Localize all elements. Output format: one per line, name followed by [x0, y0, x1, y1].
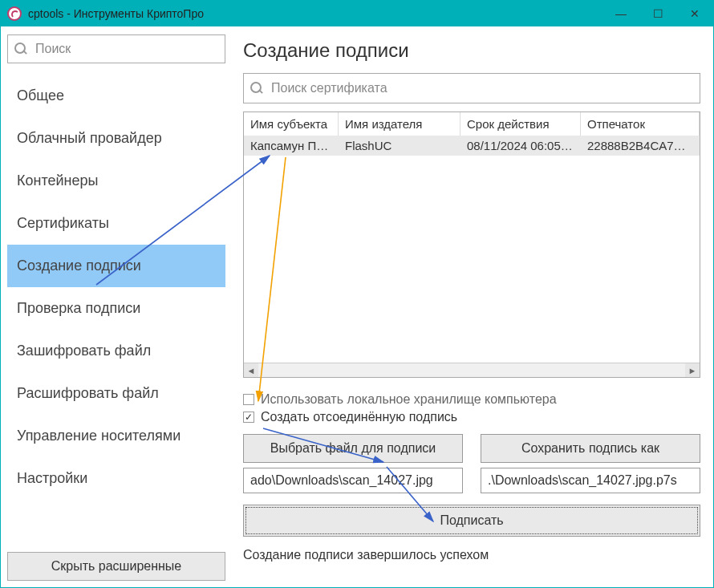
checkbox-local-store[interactable] — [243, 394, 254, 405]
save-as-button[interactable]: Сохранить подпись как — [481, 434, 700, 463]
cert-table-header: Имя субъекта Имя издателя Срок действия … — [244, 112, 700, 136]
option-local-store-label: Использовать локальное хранилище компьют… — [261, 392, 557, 407]
option-detached-label: Создать отсоединённую подпись — [261, 410, 457, 424]
nav-manage-media[interactable]: Управление носителями — [7, 415, 225, 457]
nav-containers[interactable]: Контейнеры — [7, 160, 225, 202]
scroll-track[interactable] — [258, 363, 685, 377]
cert-subject: Капсамун Пр… — [244, 136, 339, 156]
nav-encrypt-file[interactable]: Зашифровать файл — [7, 330, 225, 372]
nav-verify-signature[interactable]: Проверка подписи — [7, 287, 225, 330]
output-file-path[interactable]: .\Downloads\scan_14027.jpg.p7s — [481, 468, 700, 493]
option-local-store[interactable]: Использовать локальное хранилище компьют… — [243, 392, 700, 407]
close-button[interactable]: ✕ — [676, 1, 713, 26]
app-icon — [7, 6, 22, 21]
source-file-path[interactable]: ado\Downloads\scan_14027.jpg — [243, 468, 463, 493]
col-subject[interactable]: Имя субъекта — [244, 112, 339, 136]
nav-general[interactable]: Общее — [7, 75, 225, 117]
cert-table-body: Капсамун Пр… FlashUC 08/11/2024 06:05:… … — [244, 136, 700, 363]
main-panel: Создание подписи Имя субъекта Имя издате… — [232, 26, 713, 587]
nav-cloud-provider[interactable]: Облачный провайдер — [7, 117, 225, 160]
cert-validity: 08/11/2024 06:05:… — [460, 136, 581, 156]
cert-search-input[interactable] — [270, 80, 693, 96]
sidebar-nav: Общее Облачный провайдер Контейнеры Серт… — [7, 75, 225, 549]
cert-issuer: FlashUC — [339, 136, 460, 156]
cert-table: Имя субъекта Имя издателя Срок действия … — [243, 112, 700, 378]
search-icon — [14, 43, 27, 55]
sidebar-search-input[interactable] — [34, 41, 218, 57]
choose-file-button[interactable]: Выбрать файл для подписи — [243, 434, 463, 463]
nav-settings[interactable]: Настройки — [7, 457, 225, 500]
cert-row[interactable]: Капсамун Пр… FlashUC 08/11/2024 06:05:… … — [244, 136, 700, 156]
col-thumbprint[interactable]: Отпечаток — [581, 112, 700, 136]
nav-create-signature[interactable]: Создание подписи — [7, 245, 225, 287]
nav-certificates[interactable]: Сертификаты — [7, 202, 225, 245]
cert-search[interactable] — [243, 73, 700, 103]
col-issuer[interactable]: Имя издателя — [339, 112, 460, 136]
minimize-button[interactable]: ― — [602, 1, 639, 26]
checkbox-detached[interactable] — [243, 412, 254, 423]
cert-thumbprint: 22888B2B4CA7A4… — [581, 136, 700, 156]
window-title: cptools - Инструменты КриптоПро — [28, 7, 204, 20]
scroll-left-icon[interactable]: ◄ — [244, 363, 258, 377]
option-detached[interactable]: Создать отсоединённую подпись — [243, 410, 700, 424]
page-title: Создание подписи — [243, 39, 700, 62]
titlebar: cptools - Инструменты КриптоПро ― ☐ ✕ — [1, 1, 713, 26]
nav-decrypt-file[interactable]: Расшифровать файл — [7, 372, 225, 415]
sidebar: Общее Облачный провайдер Контейнеры Серт… — [1, 26, 232, 587]
search-icon — [250, 82, 263, 95]
maximize-button[interactable]: ☐ — [639, 1, 676, 26]
status-text: Создание подписи завершилось успехом — [243, 548, 700, 562]
scroll-right-icon[interactable]: ► — [685, 363, 700, 377]
cert-table-scrollbar[interactable]: ◄ ► — [244, 363, 700, 377]
sign-button[interactable]: Подписать — [243, 505, 700, 537]
options-group: Использовать локальное хранилище компьют… — [243, 392, 700, 428]
hide-advanced-button[interactable]: Скрыть расширенные — [7, 552, 225, 581]
col-validity[interactable]: Срок действия — [460, 112, 581, 136]
sidebar-search[interactable] — [7, 34, 225, 63]
